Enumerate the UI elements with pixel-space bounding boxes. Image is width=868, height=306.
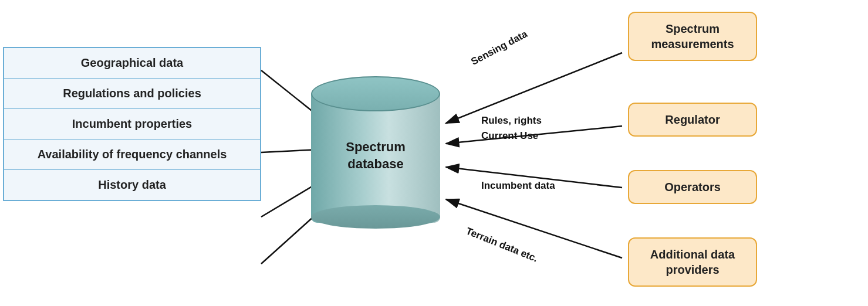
cylinder-top <box>311 76 440 111</box>
current-use-label: Current Use <box>481 130 538 142</box>
history-item: History data <box>4 170 260 200</box>
availability-item: Availability of frequency channels <box>4 140 260 170</box>
incumbent-data-label: Incumbent data <box>481 180 555 192</box>
incumbent-properties-item: Incumbent properties <box>4 109 260 140</box>
regulator-box: Regulator <box>628 103 757 137</box>
spectrum-database-cylinder: Spectrum database <box>311 76 440 229</box>
cylinder-bottom <box>311 205 440 229</box>
sensing-data-label: Sensing data <box>469 28 529 67</box>
left-database-box: Geographical data Regulations and polici… <box>3 47 261 201</box>
spectrum-measurements-box: Spectrummeasurements <box>628 12 757 61</box>
terrain-data-label: Terrain data etc. <box>464 225 539 264</box>
diagram-container: Geographical data Regulations and polici… <box>0 0 868 306</box>
regulations-item: Regulations and policies <box>4 79 260 109</box>
cylinder-label: Spectrum database <box>346 139 405 172</box>
geographical-data-item: Geographical data <box>4 48 260 79</box>
additional-data-providers-box: Additional dataproviders <box>628 237 757 287</box>
operators-box: Operators <box>628 170 757 204</box>
rules-rights-label: Rules, rights <box>481 115 542 127</box>
